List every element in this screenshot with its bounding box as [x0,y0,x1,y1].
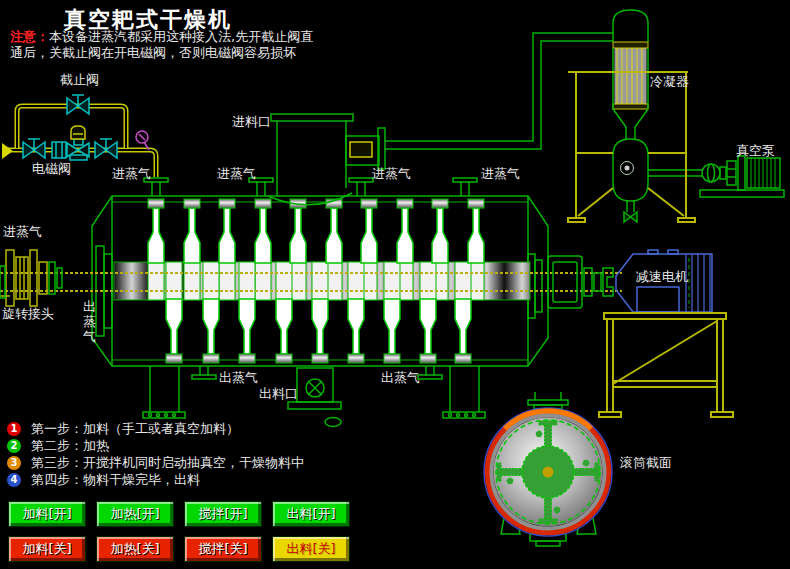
steam-in-nozzle [453,178,477,196]
stir-off-button[interactable]: 搅拌[关] [184,536,262,562]
steam-out-label-vertical: 出蒸气 [83,299,98,344]
steam-in-label-2: 进蒸气 [217,167,256,181]
step-text: 第二步：加热 [31,437,109,455]
stir-on-button[interactable]: 搅拌[开] [184,501,262,527]
discharge-on-button[interactable]: 出料[开] [272,501,350,527]
step-text: 第三步：开搅拌机同时启动抽真空，干燥物料中 [31,454,304,472]
step-item-4: 4 第四步：物料干燥完毕，出料 [6,471,304,488]
steam-in-label-4: 进蒸气 [481,167,520,181]
stop-valve-label: 截止阀 [60,73,99,87]
feed-hopper [268,114,385,205]
vapor-pipe [385,33,613,149]
feed-on-button[interactable]: 加料[开] [8,501,86,527]
motor-stand [599,313,733,417]
globe-valve-icon [95,139,117,158]
control-button-panel: 加料[开] 加热[开] 搅拌[开] 出料[开] 加料[关] 加热[关] 搅拌[关… [8,501,350,562]
feed-off-button[interactable]: 加料[关] [8,536,86,562]
step-item-1: 1 第一步：加料（手工或者真空加料） [6,420,304,437]
step-number-badge: 4 [6,472,22,488]
hmi-screen: 真空耙式干燥机 注意：本设备进蒸汽都采用这种接入法,先开截止阀直 通后，关截止阀… [0,0,790,569]
discharge-off-button[interactable]: 出料[关] [272,536,350,562]
stop-valve-icon [67,95,89,114]
steam-out-label-1: 出蒸气 [219,371,258,385]
hopper-valve-motor [350,142,372,157]
solenoid-valve-label: 电磁阀 [32,162,71,176]
step-text: 第一步：加料（手工或者真空加料） [31,420,239,438]
step-number-badge: 2 [6,438,22,454]
step-number-badge: 1 [6,421,22,437]
step-item-3: 3 第三步：开搅拌机同时启动抽真空，干燥物料中 [6,454,304,471]
steam-out-nozzle [418,366,442,379]
steam-out-nozzle [192,366,216,379]
heat-off-button[interactable]: 加热[关] [96,536,174,562]
drum-cross-section [484,392,612,546]
steam-in-label-1: 进蒸气 [112,167,151,181]
process-steps: 1 第一步：加料（手工或者真空加料） 2 第二步：加热 3 第三步：开搅拌机同时… [6,420,304,488]
step-item-2: 2 第二步：加热 [6,437,304,454]
solenoid-valve-icon [67,126,89,160]
drive-train [548,256,613,308]
note-line-2: 通后，关截止阀在开电磁阀，否则电磁阀容易损坏 [10,44,296,62]
step-text: 第四步：物料干燥完毕，出料 [31,471,200,489]
condenser-label: 冷凝器 [650,75,689,89]
steam-out-label-2: 出蒸气 [381,371,420,385]
strainer-icon [52,142,66,158]
paddle-bosses [148,262,484,300]
vacuum-pump [700,156,784,197]
steam-in-nozzle [349,178,373,196]
vacuum-pump-label: 真空泵 [736,144,775,158]
condenser [613,10,702,222]
note-label: 注意： [10,29,49,44]
heat-on-button[interactable]: 加热[开] [96,501,174,527]
feed-inlet-label: 进料口 [232,115,271,129]
steam-in-label-3: 进蒸气 [372,167,411,181]
step-number-badge: 3 [6,455,22,471]
drum-section-label: 滚筒截面 [620,456,672,470]
rotary-joint-label: 旋转接头 [2,307,54,321]
discharge-outlet-label: 出料口 [259,387,298,401]
pressure-gauge-icon [136,131,149,150]
steam-in-label-left: 进蒸气 [3,225,42,239]
rotary-joint [0,250,62,306]
gear-motor-label: 减速电机 [636,270,688,284]
drum-shaft-center [543,467,554,478]
globe-valve-icon [23,139,45,158]
